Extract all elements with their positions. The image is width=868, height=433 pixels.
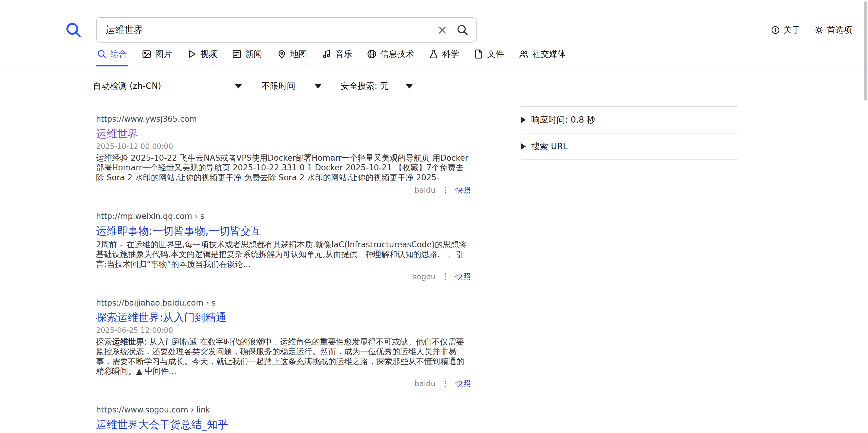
snippet-text: : 从入门到精通 在数字时代的浪潮中，运维角色的重要性愈发显得不可或缺。他们不仅… bbox=[96, 337, 464, 376]
search-input[interactable] bbox=[106, 25, 429, 35]
tab-label: 信息技术 bbox=[380, 48, 414, 60]
result-footer: baidu 快照 bbox=[96, 185, 470, 195]
header-links: 关于 首选项 bbox=[771, 24, 852, 36]
chevron-down-icon bbox=[235, 84, 242, 89]
search-form: × bbox=[96, 17, 476, 42]
tab-label: 科学 bbox=[442, 48, 459, 60]
tab-label: 社交媒体 bbox=[532, 48, 566, 60]
result-item: https://www.ywsj365.com 运维世界 2025-10-12 … bbox=[96, 114, 470, 195]
result-title[interactable]: 探索运维世界:从入门到精通 bbox=[96, 311, 470, 323]
search-results-page: { "colors": { "accent": "#2f55ff", "link… bbox=[0, 0, 868, 433]
response-time-toggle[interactable]: 响应时间: 0.8 秒 bbox=[521, 107, 738, 133]
search-submit-button[interactable] bbox=[456, 24, 469, 36]
time-range-value: 不限时间 bbox=[261, 80, 296, 92]
tab-label: 综合 bbox=[110, 48, 127, 60]
tab-videos[interactable]: 视频 bbox=[186, 48, 218, 66]
result-item: http://mp.weixin.qq.com › s 运维即事物:一切皆事物,… bbox=[96, 211, 470, 282]
tab-social-media[interactable]: 社交媒体 bbox=[518, 48, 566, 66]
tab-files[interactable]: 文件 bbox=[473, 48, 505, 66]
tab-images[interactable]: 图片 bbox=[141, 48, 173, 66]
search-url-label: 搜索 URL bbox=[531, 141, 567, 152]
music-note-icon bbox=[322, 49, 332, 59]
snippet-highlight: 运维世界 bbox=[112, 337, 144, 346]
about-link[interactable]: 关于 bbox=[771, 24, 800, 36]
category-tabs-bar: 综合 图片 视频 新闻 地图 bbox=[0, 48, 868, 66]
search-icon bbox=[97, 49, 107, 59]
safe-search-select[interactable]: 安全搜索: 无 bbox=[341, 80, 413, 92]
result-title[interactable]: 运维即事物:一切皆事物,一切皆交互 bbox=[96, 225, 470, 237]
result-date: 2025-10-12 00:00:00 bbox=[96, 143, 470, 150]
tab-label: 音乐 bbox=[335, 48, 352, 60]
results-list: https://www.ywsj365.com 运维世界 2025-10-12 … bbox=[96, 114, 470, 433]
cached-link[interactable]: 快照 bbox=[456, 379, 470, 389]
clear-search-button[interactable]: × bbox=[435, 24, 450, 36]
flask-icon bbox=[429, 49, 439, 59]
engine-name: sogou bbox=[413, 272, 435, 281]
result-url[interactable]: https://baijiahao.baidu.com › s bbox=[96, 298, 216, 308]
result-url[interactable]: https://www.ywsj365.com bbox=[96, 114, 197, 124]
language-select[interactable]: 自动检测 (zh-CN) bbox=[93, 80, 242, 92]
globe-icon bbox=[367, 49, 377, 59]
search-url-toggle[interactable]: 搜索 URL bbox=[521, 133, 738, 160]
kebab-menu-icon bbox=[442, 186, 449, 194]
triangle-right-icon bbox=[521, 144, 526, 150]
category-tabs: 综合 图片 视频 新闻 地图 bbox=[96, 48, 868, 66]
users-icon bbox=[519, 49, 529, 59]
scrollbar-thumb[interactable] bbox=[864, 1, 867, 100]
cached-link[interactable]: 快照 bbox=[456, 185, 470, 195]
kebab-menu-icon bbox=[442, 380, 449, 388]
info-icon bbox=[771, 25, 780, 35]
language-value: 自动检测 (zh-CN) bbox=[93, 80, 161, 92]
result-url[interactable]: https://www.sogou.com › link bbox=[96, 405, 210, 415]
engine-name: baidu bbox=[414, 379, 435, 388]
result-footer: sogou 快照 bbox=[96, 272, 470, 282]
file-icon bbox=[473, 49, 484, 59]
logo-search-icon[interactable] bbox=[63, 20, 83, 40]
result-snippet: 2周前 – 在运维的世界里,每一项技术或者思想都有其逻辑本质.就像IaC(Inf… bbox=[96, 240, 470, 269]
tab-news[interactable]: 新闻 bbox=[231, 48, 263, 66]
filters-bar: 自动检测 (zh-CN) 不限时间 安全搜索: 无 bbox=[93, 80, 413, 92]
snippet-text: 探索 bbox=[96, 337, 112, 346]
gear-icon bbox=[814, 25, 824, 35]
result-title[interactable]: 运维世界大会干货总结_知乎 bbox=[96, 419, 470, 431]
result-item: https://www.sogou.com › link 运维世界大会干货总结_… bbox=[96, 405, 470, 431]
result-item: https://baijiahao.baidu.com › s 探索运维世界:从… bbox=[96, 298, 470, 389]
tab-general[interactable]: 综合 bbox=[96, 48, 128, 66]
time-range-select[interactable]: 不限时间 bbox=[261, 80, 322, 92]
about-label: 关于 bbox=[783, 24, 800, 36]
triangle-right-icon bbox=[521, 117, 526, 123]
result-menu-button[interactable] bbox=[442, 186, 449, 194]
info-sidebar: 响应时间: 0.8 秒 搜索 URL bbox=[521, 106, 738, 160]
page-scrollbar bbox=[863, 0, 868, 433]
result-url[interactable]: http://mp.weixin.qq.com › s bbox=[96, 211, 205, 221]
preferences-label: 首选项 bbox=[827, 24, 852, 36]
tab-music[interactable]: 音乐 bbox=[321, 48, 353, 66]
engine-name: baidu bbox=[414, 186, 435, 194]
tab-science[interactable]: 科学 bbox=[428, 48, 460, 66]
image-icon bbox=[142, 49, 152, 59]
result-snippet: 运维经验 2025-10-22 飞牛云NAS或者VPS使用Docker部署Hom… bbox=[96, 153, 470, 182]
tab-label: 文件 bbox=[487, 48, 504, 60]
map-pin-icon bbox=[277, 49, 287, 59]
result-menu-button[interactable] bbox=[442, 380, 449, 388]
tab-label: 视频 bbox=[200, 48, 217, 60]
tab-label: 地图 bbox=[290, 48, 307, 60]
play-icon bbox=[187, 49, 197, 59]
tab-map[interactable]: 地图 bbox=[276, 48, 308, 66]
safe-search-value: 安全搜索: 无 bbox=[341, 80, 389, 92]
result-snippet: 探索运维世界: 从入门到精通 在数字时代的浪潮中，运维角色的重要性愈发显得不可或… bbox=[96, 337, 470, 376]
preferences-link[interactable]: 首选项 bbox=[814, 24, 852, 36]
result-footer: baidu 快照 bbox=[96, 379, 470, 389]
result-date: 2025-06-25 12:00:00 bbox=[96, 327, 470, 334]
search-icon bbox=[456, 24, 469, 36]
result-title[interactable]: 运维世界 bbox=[96, 128, 470, 140]
newspaper-icon bbox=[231, 49, 242, 59]
result-menu-button[interactable] bbox=[442, 273, 449, 280]
tab-label: 新闻 bbox=[245, 48, 262, 60]
chevron-down-icon bbox=[314, 84, 322, 89]
tab-it[interactable]: 信息技术 bbox=[366, 48, 415, 66]
chevron-down-icon bbox=[405, 84, 413, 89]
cached-link[interactable]: 快照 bbox=[456, 272, 470, 282]
response-time-label: 响应时间: 0.8 秒 bbox=[531, 114, 595, 126]
search-icon bbox=[65, 21, 82, 39]
